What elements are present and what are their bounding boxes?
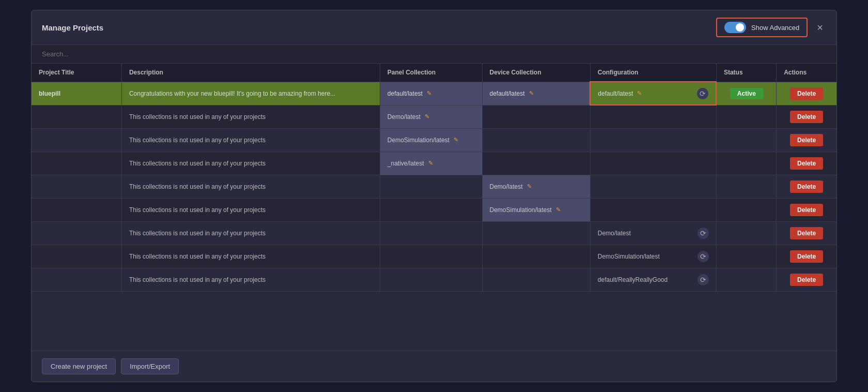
table-row: This collections is not used in any of y… (32, 245, 836, 268)
panel-edit-icon[interactable]: ✎ (427, 90, 431, 97)
cell-device-collection: DemoSimulation/latest✎ (482, 198, 590, 221)
cell-status (716, 175, 776, 198)
cell-device-collection: default/latest✎ (482, 82, 590, 105)
panel-edit-icon[interactable]: ✎ (428, 160, 433, 167)
cell-project-title (32, 268, 121, 291)
cell-panel-collection (380, 268, 482, 291)
cell-status (716, 245, 776, 268)
cell-status (716, 268, 776, 291)
panel-collection-value: _native/latest (388, 160, 424, 167)
cell-panel-collection: DemoSimulation/latest✎ (380, 128, 482, 152)
cell-panel-collection: _native/latest✎ (380, 152, 482, 175)
panel-edit-icon[interactable]: ✎ (454, 137, 458, 143)
cell-status: Active (716, 82, 776, 105)
cell-panel-collection: default/latest✎ (380, 82, 482, 105)
cell-configuration (590, 152, 716, 175)
cell-panel-collection (380, 198, 482, 221)
close-button[interactable]: × (814, 21, 826, 34)
configuration-value: DemoSimulation/latest (598, 253, 660, 260)
delete-button[interactable]: Delete (790, 204, 823, 216)
cell-device-collection (482, 105, 590, 128)
cell-project-title (32, 105, 121, 128)
cell-description: This collections is not used in any of y… (121, 175, 380, 198)
col-header-configuration: Configuration (590, 64, 716, 82)
config-history-icon[interactable]: ⟳ (698, 274, 709, 285)
table-body: bluepillCongratulations with your new bl… (32, 82, 836, 291)
create-new-project-button[interactable]: Create new project (42, 358, 116, 374)
delete-button[interactable]: Delete (790, 111, 823, 123)
device-edit-icon[interactable]: ✎ (527, 183, 532, 190)
cell-configuration: Demo/latest⟳ (590, 221, 716, 245)
table-header: Project Title Description Panel Collecti… (32, 64, 836, 82)
cell-description: This collections is not used in any of y… (121, 152, 380, 175)
cell-description: This collections is not used in any of y… (121, 245, 380, 268)
cell-actions: Delete (777, 268, 836, 291)
modal-header: Manage Projects Show Advanced × (32, 10, 836, 45)
table-container: Project Title Description Panel Collecti… (32, 64, 836, 351)
cell-panel-collection (380, 245, 482, 268)
projects-table: Project Title Description Panel Collecti… (32, 64, 836, 292)
device-edit-icon[interactable]: ✎ (556, 206, 561, 213)
cell-status (716, 128, 776, 152)
cell-actions: Delete (777, 221, 836, 245)
cell-description: This collections is not used in any of y… (121, 221, 380, 245)
cell-panel-collection: Demo/latest✎ (380, 105, 482, 128)
cell-description: This collections is not used in any of y… (121, 198, 380, 221)
import-export-button[interactable]: Import/Export (121, 358, 179, 374)
cell-device-collection (482, 268, 590, 291)
cell-status (716, 105, 776, 128)
cell-project-title (32, 245, 121, 268)
configuration-value: default/ReallyReallyGood (598, 276, 668, 283)
col-header-description: Description (121, 64, 380, 82)
header-right: Show Advanced × (716, 18, 826, 37)
cell-actions: Delete (777, 245, 836, 268)
panel-collection-value: default/latest (388, 90, 423, 97)
cell-actions: Delete (777, 152, 836, 175)
device-edit-icon[interactable]: ✎ (529, 90, 534, 97)
cell-description: This collections is not used in any of y… (121, 128, 380, 152)
cell-configuration: default/ReallyReallyGood⟳ (590, 268, 716, 291)
manage-projects-modal: Manage Projects Show Advanced × Project … (31, 10, 837, 382)
cell-project-title (32, 221, 121, 245)
config-history-icon[interactable]: ⟳ (698, 228, 709, 239)
table-row: This collections is not used in any of y… (32, 105, 836, 128)
table-row: This collections is not used in any of y… (32, 221, 836, 245)
panel-collection-value: Demo/latest (388, 113, 421, 120)
cell-project-title (32, 198, 121, 221)
show-advanced-container: Show Advanced (716, 18, 808, 37)
panel-collection-value: DemoSimulation/latest (388, 137, 450, 144)
toggle-track (724, 22, 746, 33)
device-collection-value: DemoSimulation/latest (490, 206, 552, 214)
delete-button[interactable]: Delete (790, 87, 823, 100)
delete-button[interactable]: Delete (790, 227, 823, 239)
col-header-panel-collection: Panel Collection (380, 64, 482, 82)
table-row: This collections is not used in any of y… (32, 268, 836, 291)
delete-button[interactable]: Delete (790, 250, 823, 263)
delete-button[interactable]: Delete (790, 180, 823, 193)
cell-panel-collection (380, 221, 482, 245)
panel-edit-icon[interactable]: ✎ (425, 113, 429, 120)
config-history-icon[interactable]: ⟳ (698, 251, 709, 262)
cell-device-collection (482, 152, 590, 175)
col-header-actions: Actions (777, 64, 836, 82)
configuration-value: default/latest (598, 90, 633, 97)
cell-device-collection: Demo/latest✎ (482, 175, 590, 198)
show-advanced-label: Show Advanced (751, 24, 799, 32)
delete-button[interactable]: Delete (790, 274, 823, 286)
cell-configuration (590, 128, 716, 152)
config-history-icon[interactable]: ⟳ (697, 88, 708, 99)
cell-project-title: bluepill (32, 82, 121, 105)
delete-button[interactable]: Delete (790, 134, 823, 146)
cell-actions: Delete (777, 105, 836, 128)
cell-configuration: default/latest✎⟳ (590, 82, 716, 105)
col-header-device-collection: Device Collection (482, 64, 590, 82)
delete-button[interactable]: Delete (790, 157, 823, 170)
status-badge: Active (730, 88, 763, 99)
cell-actions: Delete (777, 198, 836, 221)
show-advanced-toggle[interactable] (724, 22, 746, 33)
col-header-project-title: Project Title (32, 64, 121, 82)
cell-actions: Delete (777, 175, 836, 198)
search-input[interactable] (42, 50, 826, 58)
cell-status (716, 152, 776, 175)
config-edit-icon[interactable]: ✎ (637, 90, 642, 97)
